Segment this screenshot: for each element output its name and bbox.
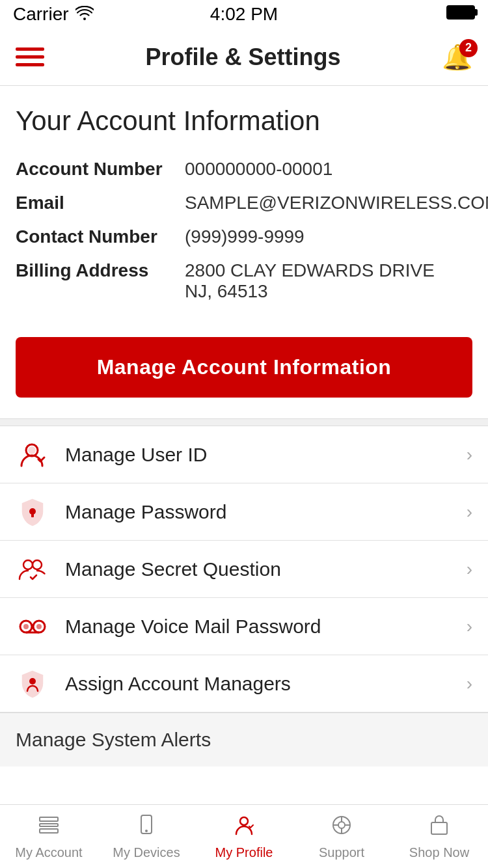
svg-point-4 xyxy=(23,560,33,569)
hamburger-menu-button[interactable] xyxy=(16,47,44,66)
support-nav-icon xyxy=(330,813,353,843)
battery-icon xyxy=(446,5,475,23)
status-time: 4:02 PM xyxy=(210,4,278,25)
system-alerts-section: Manage System Alerts xyxy=(0,712,488,766)
billing-address-row: Billing Address 2800 CLAY EDWARDS DRIVEN… xyxy=(16,254,472,308)
manage-secret-question-item[interactable]: Manage Secret Question › xyxy=(0,541,488,598)
svg-rect-12 xyxy=(40,817,58,821)
chevron-right-icon: › xyxy=(467,616,472,637)
settings-menu-list: Manage User ID › Manage Password › Manag… xyxy=(0,426,488,712)
svg-point-17 xyxy=(240,817,248,825)
shop-now-nav-label: Shop Now xyxy=(409,845,469,860)
manage-secret-question-label: Manage Secret Question xyxy=(65,558,467,580)
status-bar: Carrier 4:02 PM xyxy=(0,0,488,29)
my-profile-nav-label: My Profile xyxy=(215,845,273,860)
nav-support[interactable]: Support xyxy=(293,805,390,868)
nav-my-devices[interactable]: My Devices xyxy=(98,805,195,868)
carrier-label: Carrier xyxy=(13,4,69,25)
support-nav-label: Support xyxy=(319,845,364,860)
manage-voicemail-item[interactable]: Manage Voice Mail Password › xyxy=(0,598,488,655)
account-number-row: Account Number 000000000-00001 xyxy=(16,152,472,186)
notification-button[interactable]: 🔔 2 xyxy=(442,43,472,72)
chevron-right-icon: › xyxy=(467,502,472,522)
email-label: Email xyxy=(16,193,185,213)
wifi-icon xyxy=(75,4,94,25)
bottom-navigation: My Account My Devices My Profile xyxy=(0,804,488,868)
billing-address-value: 2800 CLAY EDWARDS DRIVENJ, 64513 xyxy=(185,260,472,302)
account-number-value: 000000000-00001 xyxy=(185,159,472,180)
manage-user-id-label: Manage User ID xyxy=(65,444,467,466)
user-check-icon xyxy=(16,438,49,472)
chevron-right-icon: › xyxy=(467,673,472,694)
my-account-nav-label: My Account xyxy=(15,845,82,860)
svg-point-10 xyxy=(36,624,42,629)
contact-number-value: (999)999-9999 xyxy=(185,226,472,247)
manage-user-id-item[interactable]: Manage User ID › xyxy=(0,426,488,483)
billing-address-label: Billing Address xyxy=(16,260,185,281)
svg-point-5 xyxy=(33,560,42,569)
svg-rect-25 xyxy=(435,819,443,821)
my-devices-nav-label: My Devices xyxy=(113,845,180,860)
assign-managers-label: Assign Account Managers xyxy=(65,673,467,695)
profile-nav-icon xyxy=(232,813,256,843)
email-row: Email SAMPLE@VERIZONWIRELESS.COM xyxy=(16,186,472,220)
account-number-label: Account Number xyxy=(16,159,185,180)
svg-point-19 xyxy=(338,822,345,828)
account-info-title: Your Account Information xyxy=(16,105,472,137)
account-info-section: Your Account Information Account Number … xyxy=(0,86,488,321)
manage-account-button[interactable]: Manage Account Information xyxy=(16,337,472,398)
users-check-icon xyxy=(16,552,49,586)
shield-lock-icon xyxy=(16,495,49,529)
section-divider xyxy=(0,418,488,426)
manage-password-label: Manage Password xyxy=(65,501,467,523)
svg-point-16 xyxy=(145,830,148,832)
svg-rect-24 xyxy=(431,822,447,834)
svg-rect-3 xyxy=(31,513,34,517)
shop-nav-icon xyxy=(427,813,451,843)
shield-admin-icon xyxy=(16,667,49,701)
svg-point-11 xyxy=(29,678,36,685)
notification-badge: 2 xyxy=(459,39,478,57)
nav-shop-now[interactable]: Shop Now xyxy=(390,805,488,868)
devices-nav-icon xyxy=(135,813,158,843)
account-nav-icon xyxy=(37,813,61,843)
voicemail-icon xyxy=(16,610,49,644)
nav-my-profile[interactable]: My Profile xyxy=(195,805,293,868)
email-value: SAMPLE@VERIZONWIRELESS.COM xyxy=(185,193,488,213)
manage-password-item[interactable]: Manage Password › xyxy=(0,483,488,541)
contact-number-label: Contact Number xyxy=(16,226,185,247)
svg-rect-13 xyxy=(40,824,58,826)
svg-point-1 xyxy=(28,446,36,454)
manage-voicemail-label: Manage Voice Mail Password xyxy=(65,616,467,638)
nav-my-account[interactable]: My Account xyxy=(0,805,98,868)
assign-managers-item[interactable]: Assign Account Managers › xyxy=(0,655,488,712)
status-left: Carrier xyxy=(13,4,94,25)
app-header: Profile & Settings 🔔 2 xyxy=(0,29,488,86)
page-title: Profile & Settings xyxy=(145,44,340,71)
svg-point-9 xyxy=(23,624,29,629)
chevron-right-icon: › xyxy=(467,444,472,465)
chevron-right-icon: › xyxy=(467,559,472,580)
system-alerts-label: Manage System Alerts xyxy=(16,729,211,750)
svg-rect-14 xyxy=(40,829,58,833)
contact-number-row: Contact Number (999)999-9999 xyxy=(16,220,472,254)
